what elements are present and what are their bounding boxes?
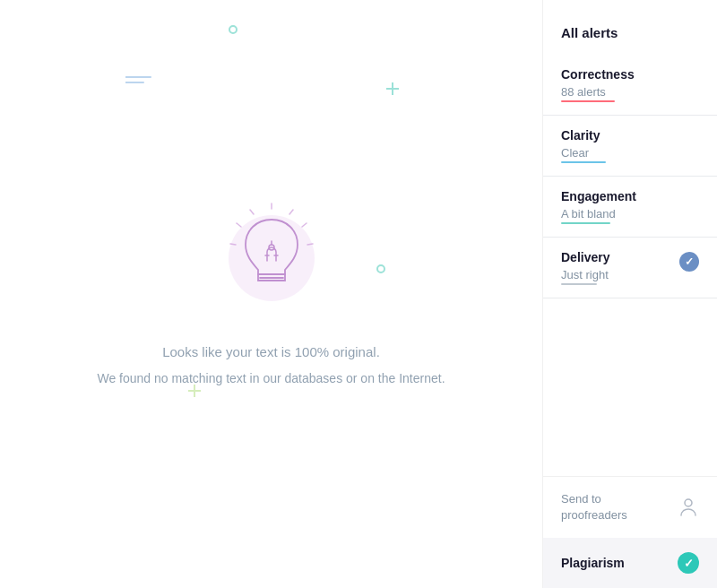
clarity-sub: Clear — [561, 146, 606, 160]
bulb-illustration — [222, 200, 321, 320]
clarity-text: Clarity Clear — [561, 128, 606, 163]
deco-cross-bot — [188, 385, 201, 400]
correctness-sub: 88 alerts — [561, 85, 635, 99]
sidebar-item-delivery[interactable]: Delivery Just right — [543, 238, 717, 298]
plagiarism-check-badge — [678, 552, 699, 574]
deco-cross-top — [386, 82, 399, 98]
svg-line-9 — [230, 244, 236, 245]
delivery-check-badge — [679, 252, 699, 272]
person-icon — [678, 497, 699, 518]
svg-line-6 — [307, 244, 313, 245]
main-message: Looks like your text is 100% original. W… — [97, 342, 445, 388]
deco-lines — [125, 74, 154, 84]
svg-line-5 — [302, 223, 307, 227]
engagement-bar — [561, 222, 610, 224]
svg-line-4 — [289, 210, 293, 214]
svg-line-7 — [250, 210, 254, 214]
delivery-text: Delivery Just right — [561, 250, 609, 285]
clarity-bar — [561, 161, 606, 163]
svg-point-2 — [229, 215, 315, 301]
sidebar-spacer — [543, 298, 717, 476]
sidebar-item-engagement[interactable]: Engagement A bit bland — [543, 177, 717, 238]
deco-circle-mid — [376, 264, 385, 273]
engagement-text: Engagement A bit bland — [561, 189, 636, 224]
delivery-sub: Just right — [561, 268, 609, 281]
engagement-sub: A bit bland — [561, 207, 636, 220]
sidebar: All alerts Correctness 88 alerts Clarity… — [542, 0, 717, 588]
engagement-title: Engagement — [561, 189, 636, 203]
delivery-bar — [561, 283, 597, 285]
plagiarism-button[interactable]: Plagiarism — [543, 538, 717, 588]
originality-text: Looks like your text is 100% original. — [97, 342, 445, 363]
delivery-title: Delivery — [561, 250, 609, 264]
sidebar-item-clarity[interactable]: Clarity Clear — [543, 116, 717, 177]
sidebar-item-correctness[interactable]: Correctness 88 alerts — [543, 55, 717, 116]
deco-circle-top — [229, 25, 238, 34]
plagiarism-label: Plagiarism — [561, 556, 625, 570]
correctness-title: Correctness — [561, 67, 635, 82]
main-panel: Looks like your text is 100% original. W… — [0, 0, 542, 588]
svg-line-8 — [237, 223, 241, 227]
correctness-bar — [561, 100, 615, 102]
correctness-text: Correctness 88 alerts — [561, 67, 635, 102]
svg-point-14 — [685, 499, 692, 506]
send-proofreaders-label: Send toproofreaders — [561, 491, 627, 523]
send-proofreaders-button[interactable]: Send toproofreaders — [543, 476, 717, 538]
clarity-title: Clarity — [561, 128, 606, 143]
no-match-text: We found no matching text in our databas… — [97, 368, 445, 388]
all-alerts-heading[interactable]: All alerts — [543, 9, 717, 55]
